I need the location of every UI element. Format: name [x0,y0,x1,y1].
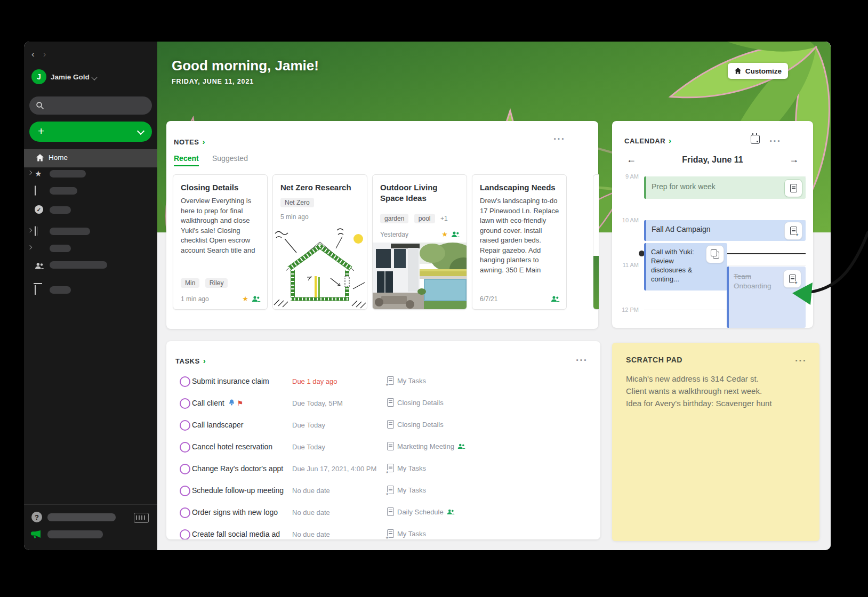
skeleton-bar [50,286,71,294]
task-checkbox[interactable] [180,442,190,453]
skeleton-bar [50,206,71,214]
calendar-section-header[interactable]: CALENDAR› [624,136,672,145]
note-card-partial[interactable] [593,174,599,310]
task-note-label: Daily Schedule [397,508,444,516]
tag-pill[interactable]: garden [380,214,408,223]
time-label: 9 AM [612,173,639,180]
event-note-button[interactable] [784,179,802,197]
chevron-right-icon[interactable] [28,228,32,232]
task-note-link[interactable]: Marketing Meeting [387,442,465,450]
search-icon [36,101,44,110]
keyboard-shortcuts-icon[interactable] [134,513,149,523]
event-add-note-button[interactable] [784,222,802,240]
task-row[interactable]: Submit insurance claim Due 1 day ago My … [166,370,600,392]
event-add-note-button[interactable] [783,270,801,288]
task-row[interactable]: Create fall social media ad No due date … [166,523,600,539]
event-copy-note-button[interactable] [706,245,724,263]
sidebar-item-trash[interactable] [24,281,157,298]
chevron-down-icon[interactable] [137,127,144,135]
tab-recent[interactable]: Recent [174,154,199,166]
task-checkbox[interactable] [180,376,190,387]
tag-pill[interactable]: Min [181,278,199,288]
notes-section-header[interactable]: NOTES› [174,137,205,146]
note-tags: garden pool +1 [380,213,448,223]
note-snippet: Overview Everything is here to prep for … [181,196,261,276]
tag-pill[interactable]: pool [414,214,435,223]
task-note-link[interactable]: My Tasks [387,486,426,494]
time-label: 10 AM [612,217,639,223]
chevron-right-icon[interactable] [28,171,32,175]
note-card-outdoor-living[interactable]: Outdoor Living Space Ideas garden pool +… [372,174,467,310]
task-checkbox[interactable] [180,464,190,474]
event-fall-ad-campaign[interactable]: Fall Ad Campaign [644,220,806,241]
customize-label: Customize [745,67,782,75]
sidebar-item-shared[interactable] [24,256,157,273]
announcements-icon[interactable] [30,529,42,540]
tag-pill[interactable]: Net Zero [280,198,314,207]
sidebar-item-notes[interactable] [24,182,157,199]
customize-button[interactable]: Customize [728,63,788,79]
task-title: Change Ray's doctor's appt [192,464,283,473]
search-input[interactable] [29,96,152,115]
notes-options-icon[interactable] [553,135,565,144]
task-row[interactable]: Cancel hotel reservation Due Today Marke… [166,436,600,458]
task-note-link[interactable]: Daily Schedule [387,507,455,516]
task-note-link[interactable]: My Tasks [387,376,426,385]
note-card-net-zero[interactable]: Net Zero Research Net Zero 5 min ago [272,174,367,310]
note-card-landscaping[interactable]: Landscaping Needs Drew's landscaping to-… [472,174,567,310]
calendar-title: CALENDAR [624,137,665,145]
sidebar-item-home[interactable]: Home [24,149,157,167]
sidebar-item-notebooks[interactable] [24,223,157,240]
calendar-options-icon[interactable] [769,137,781,147]
event-team-onboarding[interactable]: Team Onboarding [727,267,806,328]
sidebar-item-shortcuts[interactable] [24,165,157,182]
task-note-link[interactable]: My Tasks [387,529,426,538]
task-row[interactable]: Call landscaper Due Today Closing Detail… [166,414,600,436]
note-icon [387,420,394,429]
task-checkbox[interactable] [180,486,190,496]
avatar[interactable]: J [31,69,46,84]
note-card-closing-details[interactable]: Closing Details Overview Everything is h… [173,174,268,310]
task-due: Due Today [292,443,325,451]
task-row[interactable]: Call client⚑ Due Today, 5PM Closing Deta… [166,392,600,414]
tasks-section-header[interactable]: TASKS› [175,356,206,365]
tag-pill[interactable]: Riley [205,278,228,288]
chevron-right-icon: › [203,356,206,365]
task-checkbox[interactable] [180,529,190,539]
shared-icon [252,296,261,302]
scratch-pad-options-icon[interactable] [795,357,807,366]
sidebar-item-tags[interactable] [24,240,157,257]
note-tags: Net Zero [280,197,317,207]
account-name[interactable]: Jamie Gold [51,73,90,81]
task-note-link[interactable]: My Tasks [387,464,426,472]
task-row[interactable]: Change Ray's doctor's appt Due Jun 17, 2… [166,458,600,480]
note-photo-image [593,256,599,309]
tab-suggested[interactable]: Suggested [212,154,248,163]
back-icon[interactable]: ‹ [31,49,35,59]
task-row[interactable]: Order signs with new logo No due date Da… [166,502,600,523]
next-day-icon[interactable]: → [789,154,799,165]
tasks-options-icon[interactable] [576,356,588,366]
account-chevron-down-icon[interactable] [91,74,97,80]
greeting-title: Good morning, Jamie! [172,58,319,74]
task-row[interactable]: Schedule follow-up meeting No due date M… [166,480,600,502]
forward-icon[interactable]: › [43,49,46,59]
new-note-button[interactable]: + [29,122,152,142]
help-icon[interactable]: ? [31,512,42,522]
calendar-icon[interactable] [751,135,760,144]
task-checkbox[interactable] [180,507,190,518]
sidebar-item-tasks[interactable] [24,201,157,219]
chevron-right-icon[interactable] [28,245,32,249]
task-note-label: My Tasks [397,464,426,472]
tag-more[interactable]: +1 [440,215,448,222]
task-checkbox[interactable] [180,398,190,409]
task-note-link[interactable]: Closing Details [387,398,444,407]
note-tags: Min Riley [181,278,231,288]
task-checkbox[interactable] [180,420,190,431]
task-note-label: Closing Details [397,399,444,407]
chevron-right-icon: › [202,137,205,146]
event-call-with-yuki[interactable]: Call with Yuki: Review disclosures & con… [644,243,727,291]
scratch-pad-widget[interactable]: SCRATCH PAD Micah's new address is 314 C… [612,343,819,541]
task-note-link[interactable]: Closing Details [387,420,444,429]
event-prep-work-week[interactable]: Prep for work week [644,176,806,199]
